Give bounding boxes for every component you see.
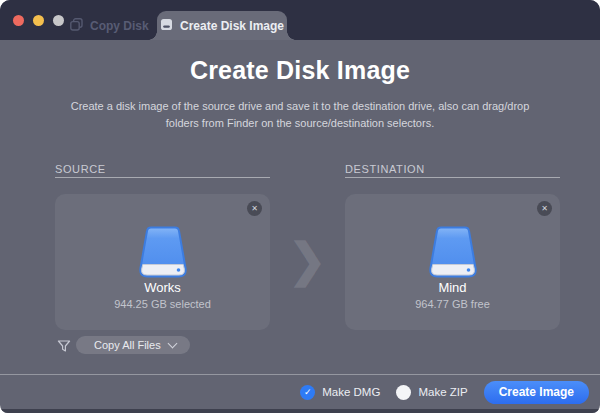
page-description: Create a disk image of the source drive …	[68, 98, 532, 131]
tab-create-disk-image-label: Create Disk Image	[180, 19, 284, 33]
destination-drive-selector[interactable]: ✕ Mind 964.77 GB free	[345, 194, 560, 330]
create-image-button[interactable]: Create Image	[484, 381, 589, 404]
destination-section-rule	[345, 177, 560, 178]
source-drive-name: Works	[55, 280, 270, 295]
make-dmg-checkbox[interactable]: ✓ Make DMG	[300, 385, 380, 400]
titlebar: Copy Disk Create Disk Image	[0, 0, 600, 40]
source-section-rule	[55, 177, 270, 178]
copy-filter-selected-value: Copy All Files	[76, 339, 169, 351]
close-window-button[interactable]	[13, 15, 24, 26]
footer-bar: ✓ Make DMG Make ZIP Create Image	[300, 375, 589, 409]
minimize-window-button[interactable]	[33, 15, 44, 26]
filter-funnel-icon	[57, 339, 71, 357]
make-dmg-label: Make DMG	[322, 386, 380, 398]
destination-drive-icon	[424, 226, 482, 282]
source-section-label: SOURCE	[55, 163, 106, 175]
tab-copy-disk-label: Copy Disk	[90, 19, 149, 33]
app-window: Copy Disk Create Disk Image Create Disk …	[0, 0, 600, 413]
page-title: Create Disk Image	[0, 56, 600, 85]
destination-section-label: DESTINATION	[345, 163, 425, 175]
destination-drive-info: 964.77 GB free	[345, 298, 560, 310]
window-bottom-edge	[0, 409, 600, 413]
source-drive-icon	[134, 226, 192, 282]
make-zip-checkbox[interactable]: Make ZIP	[396, 385, 467, 400]
source-drive-info: 944.25 GB selected	[55, 298, 270, 310]
make-zip-label: Make ZIP	[418, 386, 467, 398]
disk-image-icon	[160, 18, 173, 34]
source-clear-icon[interactable]: ✕	[247, 201, 262, 216]
checkmark-icon[interactable]: ✓	[300, 385, 315, 400]
empty-circle-icon[interactable]	[396, 385, 411, 400]
tab-create-disk-image[interactable]: Create Disk Image	[157, 11, 287, 40]
copy-disk-icon	[70, 18, 83, 34]
destination-drive-name: Mind	[345, 280, 560, 295]
zoom-window-button	[53, 15, 64, 26]
copy-filter-dropdown[interactable]: Copy All Files	[76, 336, 190, 354]
source-drive-selector[interactable]: ✕ Works 944.25 GB selected	[55, 194, 270, 330]
chevron-down-icon	[168, 338, 178, 348]
destination-clear-icon[interactable]: ✕	[537, 201, 552, 216]
tab-copy-disk[interactable]: Copy Disk	[70, 12, 149, 40]
traffic-lights	[13, 15, 64, 26]
source-to-destination-chevron-icon: ❯	[288, 237, 327, 283]
